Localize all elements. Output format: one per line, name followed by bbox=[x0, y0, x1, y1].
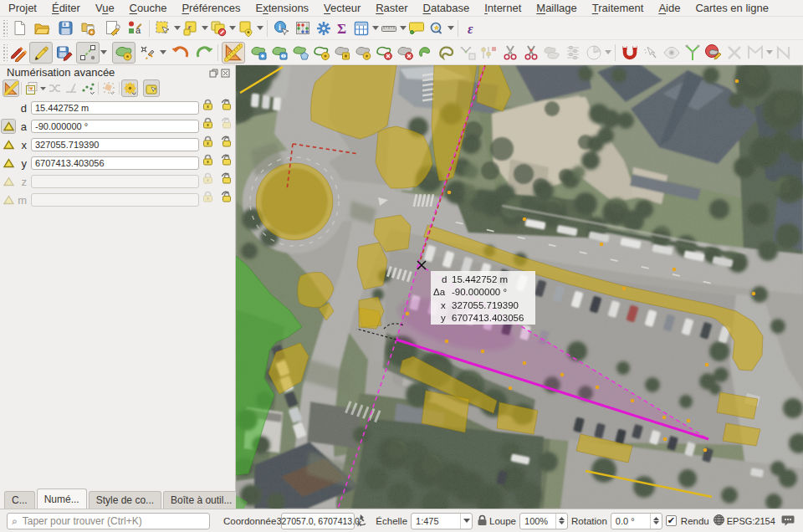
svg-text:y: y bbox=[441, 313, 446, 323]
svg-text:327055.719390: 327055.719390 bbox=[452, 300, 519, 310]
svg-text:6707413.403056: 6707413.403056 bbox=[452, 313, 524, 323]
svg-text:15.442752 m: 15.442752 m bbox=[452, 274, 508, 284]
svg-text:x: x bbox=[441, 300, 446, 310]
svg-text:ε: ε bbox=[468, 22, 473, 36]
svg-text:i: i bbox=[279, 23, 281, 32]
svg-text:d: d bbox=[442, 274, 447, 284]
svg-text:Σ: Σ bbox=[337, 21, 346, 37]
svg-text:Δa: Δa bbox=[433, 287, 446, 297]
svg-text:-90.000000 °: -90.000000 ° bbox=[452, 287, 507, 297]
